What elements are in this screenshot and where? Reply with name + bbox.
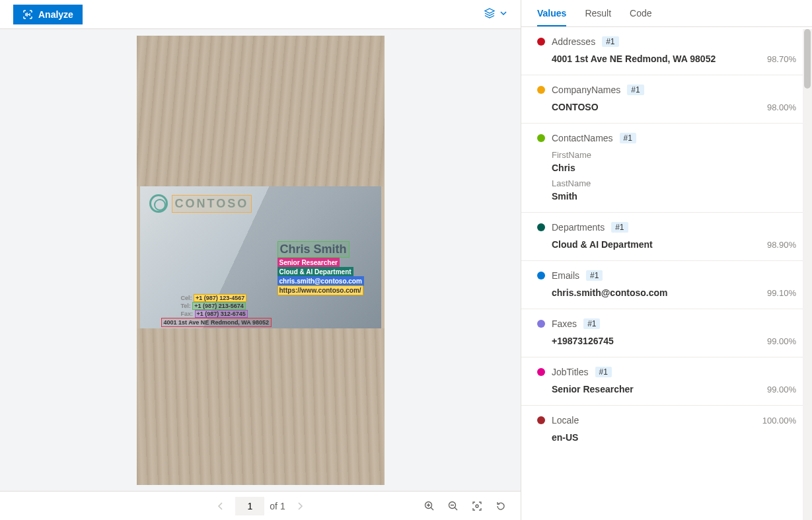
value-firstname: Chris bbox=[552, 163, 796, 173]
layers-icon[interactable] bbox=[484, 7, 496, 21]
result-tabs: Values Result Code bbox=[521, 0, 812, 27]
zoom-out-button[interactable] bbox=[447, 500, 460, 513]
value-faxes: +19873126745 bbox=[552, 336, 614, 346]
field-locale: Locale 100.00% en-US bbox=[521, 406, 812, 453]
field-faxes: Faxes #1 +19873126745 99.00% bbox=[521, 309, 812, 357]
field-jobtitles: JobTitles #1 Senior Researcher 99.00% bbox=[521, 357, 812, 406]
value-lastname: Smith bbox=[552, 191, 796, 202]
analyze-button[interactable]: Analyze bbox=[13, 5, 83, 24]
label-lastname: LastName bbox=[552, 178, 796, 188]
highlight-website: https://www.contoso.com/ bbox=[277, 285, 363, 295]
label-firstname: FirstName bbox=[552, 150, 796, 160]
value-locale: en-US bbox=[552, 432, 578, 443]
logo-icon bbox=[149, 194, 168, 213]
svg-point-2 bbox=[476, 505, 478, 507]
highlight-email: chris.smith@contoso.com bbox=[277, 276, 364, 286]
field-companynames: CompanyNames #1 CONTOSO 98.00% bbox=[521, 75, 812, 124]
fit-button[interactable] bbox=[470, 500, 484, 513]
highlight-tel: Tel: +1 (987) 213-5674 bbox=[180, 302, 247, 310]
value-addresses: 4001 1st Ave NE Redmond, WA 98052 bbox=[552, 54, 716, 64]
field-emails: Emails #1 chris.smith@contoso.com 99.10% bbox=[521, 261, 812, 309]
tab-values[interactable]: Values bbox=[537, 8, 566, 26]
badge-addresses: #1 bbox=[602, 36, 618, 47]
rotate-button[interactable] bbox=[494, 500, 507, 513]
dot-contactnames bbox=[537, 134, 545, 142]
dot-locale bbox=[537, 416, 545, 424]
highlight-company: CONTOSO bbox=[172, 195, 252, 213]
dot-jobtitles bbox=[537, 368, 545, 376]
bottom-bar: of 1 bbox=[0, 491, 521, 520]
highlight-address: 4001 1st Ave NE Redmond, WA 98052 bbox=[161, 318, 272, 327]
value-companynames: CONTOSO bbox=[552, 102, 599, 112]
field-departments: Departments #1 Cloud & AI Department 98.… bbox=[521, 213, 812, 261]
page-total: of 1 bbox=[270, 501, 285, 511]
dot-addresses bbox=[537, 38, 545, 46]
dot-companynames bbox=[537, 86, 545, 94]
dot-faxes bbox=[537, 320, 545, 328]
document-image: CONTOSO Chris Smith Senior Researcher Cl… bbox=[137, 36, 385, 485]
next-page-button[interactable] bbox=[291, 497, 309, 515]
toolbar: Analyze bbox=[0, 0, 521, 29]
highlight-name: Chris Smith bbox=[277, 241, 350, 258]
document-viewer: CONTOSO Chris Smith Senior Researcher Cl… bbox=[0, 29, 521, 491]
dot-departments bbox=[537, 223, 545, 231]
analyze-label: Analyze bbox=[38, 9, 73, 20]
analyze-icon bbox=[22, 9, 33, 20]
highlight-cel: Cel: +1 (987) 123-4567 bbox=[180, 294, 248, 302]
prev-page-button[interactable] bbox=[211, 497, 230, 515]
dot-emails bbox=[537, 272, 545, 279]
scrollbar-track[interactable] bbox=[803, 29, 812, 520]
highlight-fax: Fax: +1 (987) 312-6745 bbox=[180, 310, 249, 318]
zoom-in-button[interactable] bbox=[423, 500, 436, 513]
results-list: Addresses #1 4001 1st Ave NE Redmond, WA… bbox=[521, 27, 812, 520]
value-emails: chris.smith@contoso.com bbox=[552, 287, 667, 298]
field-addresses: Addresses #1 4001 1st Ave NE Redmond, WA… bbox=[521, 27, 812, 75]
conf-addresses: 98.70% bbox=[767, 54, 796, 64]
tab-result[interactable]: Result bbox=[585, 8, 611, 26]
page-input[interactable] bbox=[235, 497, 264, 515]
value-departments: Cloud & AI Department bbox=[552, 239, 653, 250]
highlight-department: Cloud & AI Department bbox=[277, 267, 353, 277]
chevron-down-icon[interactable] bbox=[499, 9, 507, 19]
value-jobtitles: Senior Researcher bbox=[552, 384, 634, 394]
field-contactnames: ContactNames #1 FirstName Chris LastName… bbox=[521, 124, 812, 213]
scrollbar-thumb[interactable] bbox=[804, 29, 811, 89]
highlight-jobtitle: Senior Researcher bbox=[277, 258, 340, 268]
tab-code[interactable]: Code bbox=[630, 8, 651, 26]
